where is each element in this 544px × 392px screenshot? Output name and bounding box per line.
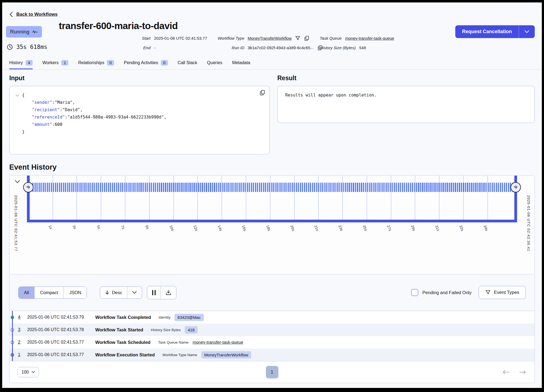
result-codebox: Results will appear upon completion. <box>277 86 535 123</box>
cancel-menu-caret[interactable] <box>519 25 535 38</box>
gridline <box>294 176 295 220</box>
collapse-caret-icon[interactable] <box>16 93 19 97</box>
filter-icon[interactable] <box>295 36 300 41</box>
sort-label: Desc <box>112 290 122 295</box>
tick-label: 12s <box>193 225 199 232</box>
event-types-button[interactable]: Event Types <box>479 286 526 299</box>
event-detail-label: Workflow Type Name <box>162 353 197 357</box>
view-mode-all[interactable]: All <box>19 287 35 298</box>
event-name: Workflow Task Completed <box>95 315 151 320</box>
json-value: "a1d5f544-980a-4983-93a4-6622233b990d", <box>67 114 167 121</box>
gridline <box>246 176 246 220</box>
tab-label: History <box>9 60 23 65</box>
tab-bar: History4Workers1Relationships0Pending Ac… <box>2 58 542 69</box>
event-id-link[interactable]: 3 <box>18 327 21 332</box>
json-colon: : <box>52 99 55 106</box>
tab-queries[interactable]: Queries <box>207 60 222 69</box>
tab-call-stack[interactable]: Call Stack <box>178 60 197 69</box>
json-key: "recipient" <box>32 106 60 114</box>
sort-menu-caret[interactable] <box>127 287 142 298</box>
start-label: Start <box>106 36 150 41</box>
event-controls: AllCompactJSON Desc <box>10 274 534 311</box>
back-to-workflows-link[interactable]: Back to Workflows <box>9 12 58 17</box>
tick-label: 18s <box>265 225 271 232</box>
next-page-arrow-icon[interactable] <box>519 370 526 375</box>
meta-queue-size: Task Queue money-transfer-task-queue His… <box>320 33 394 52</box>
gridline <box>342 176 343 220</box>
spiral-icon <box>26 185 31 190</box>
tab-pending-activities[interactable]: Pending Activities0 <box>124 60 168 69</box>
result-placeholder: Results will appear upon completion. <box>285 93 377 98</box>
event-id-link[interactable]: 2 <box>18 340 21 345</box>
view-mode-compact[interactable]: Compact <box>35 287 64 298</box>
tick-label: 32s <box>459 225 465 232</box>
gridline <box>270 176 271 220</box>
timeline-collapse-chevron-icon[interactable] <box>14 180 20 185</box>
json-value: "David", <box>62 106 83 114</box>
duration-value: 35s 618ms <box>16 44 47 50</box>
chevron-down-icon <box>32 371 35 373</box>
tab-history[interactable]: History4 <box>9 60 33 69</box>
event-detail-label: Identity <box>159 315 171 319</box>
tick-label: 14s <box>217 225 223 232</box>
tab-workers[interactable]: Workers1 <box>42 60 68 69</box>
task-queue-link[interactable]: money-transfer-task-queue <box>345 36 394 41</box>
event-row[interactable]: 42025-01-06 UTC 02:41:53.79Workflow Task… <box>10 311 534 323</box>
previous-page-arrow-icon[interactable] <box>502 370 509 375</box>
timeline-end-marker[interactable] <box>511 182 521 192</box>
workflow-type-link[interactable]: MoneyTransferWorkflow <box>248 36 292 41</box>
json-colon: : <box>65 114 67 121</box>
event-timestamp: 2025-01-06 UTC 02:41:53.77 <box>27 340 95 345</box>
tick-label: 16s <box>241 225 247 232</box>
tick-label: 1s <box>48 225 53 230</box>
event-detail-value[interactable]: money-transfer-task-queue <box>193 340 243 345</box>
page-size-select[interactable]: 100 <box>18 367 39 377</box>
task-queue-label: Task Queue <box>320 36 342 41</box>
json-key: "amount" <box>32 121 52 128</box>
tick-label: 10s <box>169 225 175 232</box>
copy-input-icon[interactable] <box>259 89 266 96</box>
view-mode-json[interactable]: JSON <box>64 287 87 298</box>
view-mode-toggle: AllCompactJSON <box>18 287 87 299</box>
copy-workflow-type-icon[interactable] <box>304 35 310 41</box>
duration: 35s 618ms <box>7 44 47 50</box>
json-entry: "recipient": "David", <box>32 106 263 114</box>
event-row[interactable]: 22025-01-06 UTC 02:41:53.77Workflow Task… <box>10 336 534 349</box>
event-id-link[interactable]: 4 <box>18 315 21 320</box>
sort-desc-button[interactable]: Desc <box>100 287 127 298</box>
event-connector-line <box>12 311 13 361</box>
tick-label: 29s <box>410 225 416 232</box>
run-id-value: 3b1a7c02-092f-4943-a389-6c4c65... <box>248 45 314 50</box>
tab-label: Workers <box>42 60 59 65</box>
tab-metadata[interactable]: Metadata <box>232 60 250 69</box>
event-rows: 42025-01-06 UTC 02:41:53.79Workflow Task… <box>10 311 534 361</box>
status-label: Running <box>10 29 29 35</box>
pause-button[interactable] <box>147 286 161 299</box>
event-name: Workflow Execution Started <box>95 352 155 357</box>
page-size-value: 100 <box>21 370 29 375</box>
gridline <box>173 176 174 220</box>
tick-label: 5s <box>96 225 101 230</box>
pending-failed-label: Pending and Failed Only <box>422 290 472 295</box>
chevron-left-icon <box>9 12 13 17</box>
tick-label: 21s <box>314 225 319 232</box>
event-name: Workflow Task Started <box>95 327 143 332</box>
event-timestamp: 2025-01-06 UTC 02:41:53.79 <box>27 315 95 320</box>
pending-failed-checkbox[interactable] <box>411 289 418 296</box>
event-row[interactable]: 12025-01-06 UTC 02:41:53.77Workflow Exec… <box>10 349 534 361</box>
current-page-button[interactable]: 1 <box>266 366 278 378</box>
json-value: 600 <box>55 121 62 128</box>
request-cancellation-button[interactable]: Request Cancellation <box>455 25 519 38</box>
tab-label: Relationships <box>78 60 104 65</box>
json-entry: "amount": 600 <box>32 121 263 128</box>
tab-relationships[interactable]: Relationships0 <box>78 60 114 69</box>
gridline <box>391 176 391 220</box>
tab-label: Pending Activities <box>124 60 158 65</box>
timeline-start-marker[interactable] <box>23 182 33 192</box>
download-button[interactable] <box>161 290 176 295</box>
arrow-down-icon <box>105 290 109 295</box>
event-id-link[interactable]: 1 <box>18 352 21 357</box>
gridline <box>439 176 439 220</box>
event-row[interactable]: 32025-01-06 UTC 02:41:53.78Workflow Task… <box>10 323 534 336</box>
tab-label: Metadata <box>232 60 250 65</box>
